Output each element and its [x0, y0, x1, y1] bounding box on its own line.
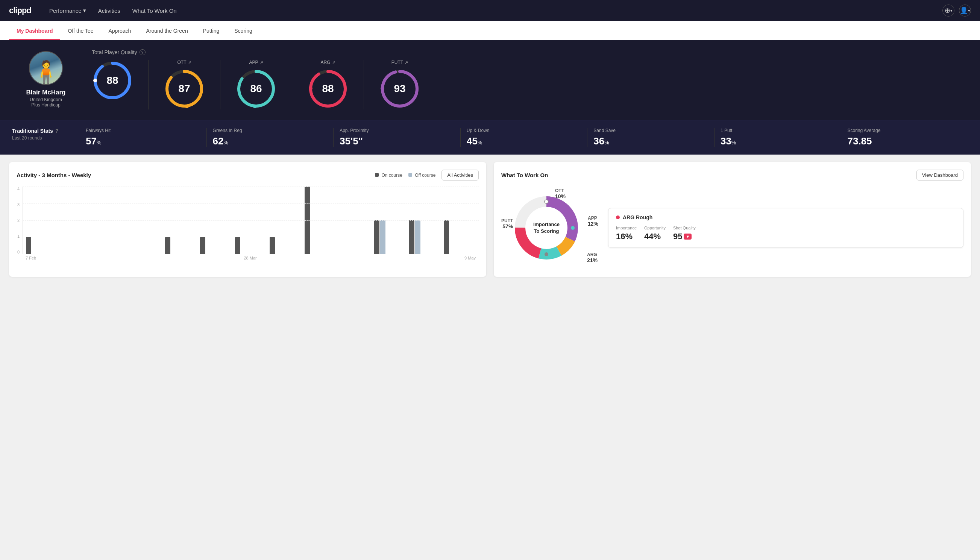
stats-help-icon[interactable]: ? — [55, 128, 59, 134]
app-score-value: 86 — [250, 83, 262, 95]
arg-rough-metrics: Importance 16% Opportunity 44% Shot Qual… — [616, 226, 955, 242]
metric-shot-quality: Shot Quality 95 ▼ — [673, 226, 696, 242]
nav-performance[interactable]: Performance ▾ — [49, 6, 86, 15]
tab-around-the-green[interactable]: Around the Green — [138, 21, 195, 40]
shot-quality-value: 95 ▼ — [673, 232, 696, 242]
legend-on-course: On course — [375, 173, 403, 178]
bar-on-course — [165, 237, 170, 254]
all-activities-button[interactable]: All Activities — [441, 170, 479, 180]
stats-label-section: Traditional Stats ? Last 20 rounds — [12, 128, 80, 141]
nav-activities[interactable]: Activities — [98, 6, 120, 15]
arg-rough-title: ARG Rough — [616, 214, 955, 220]
ott-circle: 87 — [163, 68, 205, 110]
stat-one-putt: 1 Putt 33% — [714, 128, 842, 147]
chevron-down-icon: ▾ — [83, 7, 86, 14]
arg-score-value: 88 — [322, 83, 334, 95]
svg-point-21 — [571, 226, 575, 230]
bar-group — [165, 237, 197, 254]
svg-point-11 — [309, 87, 313, 90]
tpq-section: Total Player Quality ? 88 — [92, 49, 968, 110]
bars-container — [23, 187, 479, 254]
app-circle: 86 — [235, 68, 277, 110]
arg-rough-dot — [616, 215, 620, 219]
opportunity-value: 44% — [644, 232, 666, 242]
app-arrow: ↗ — [260, 60, 263, 65]
putt-circle: 93 — [379, 68, 421, 110]
app-logo[interactable]: clippd — [9, 6, 31, 15]
bar-on-course — [374, 220, 379, 254]
tab-my-dashboard[interactable]: My Dashboard — [9, 21, 60, 40]
arg-donut-label: ARG 21% — [587, 252, 597, 263]
bar-group — [444, 220, 476, 254]
bar-off-course — [380, 220, 386, 254]
app-label: APP ↗ — [249, 60, 263, 65]
on-course-dot — [375, 173, 379, 177]
stat-proximity-value: 35'5" — [339, 135, 454, 147]
bar-on-course — [235, 237, 240, 254]
chart-legend: On course Off course — [375, 173, 436, 178]
tab-off-the-tee[interactable]: Off the Tee — [60, 21, 101, 40]
score-putt: PUTT ↗ 93 — [364, 60, 436, 110]
stat-up-down: Up & Down 45% — [461, 128, 588, 147]
player-country: United Kingdom — [30, 97, 62, 102]
score-main: 88 — [92, 60, 148, 110]
tab-putting[interactable]: Putting — [196, 21, 227, 40]
stat-up-down-value: 45% — [467, 135, 581, 147]
stat-greens-value: 62% — [213, 135, 328, 147]
main-score-circle: 88 — [92, 60, 133, 101]
bar-on-course — [304, 187, 310, 254]
bar-group — [200, 237, 232, 254]
app-donut-label: APP 12% — [588, 215, 598, 227]
donut-section: PUTT 57% OTT 10% APP 12% ARG 21% — [501, 187, 963, 269]
stat-fairways-value: 57% — [86, 135, 200, 147]
svg-point-22 — [544, 252, 548, 256]
metric-opportunity: Opportunity 44% — [644, 226, 666, 242]
donut-svg — [512, 194, 580, 262]
svg-point-20 — [544, 200, 548, 203]
bar-on-course — [409, 220, 414, 254]
add-button[interactable]: ⊕ ▾ — [942, 5, 954, 17]
wtwon-panel-title: What To Work On — [501, 172, 548, 178]
shot-quality-badge: ▼ — [684, 233, 692, 240]
stats-title: Traditional Stats ? — [12, 128, 80, 134]
x-axis-labels: 7 Feb 28 Mar 9 May — [23, 256, 479, 260]
score-arg: ARG ↗ 88 — [292, 60, 364, 110]
stat-one-putt-value: 33% — [720, 135, 835, 147]
traditional-stats-bar: Traditional Stats ? Last 20 rounds Fairw… — [0, 120, 980, 155]
donut-chart-wrapper: PUTT 57% OTT 10% APP 12% ARG 21% — [501, 187, 599, 269]
putt-donut-label: PUTT 57% — [501, 218, 513, 229]
activity-panel-header: Activity - 3 Months - Weekly On course O… — [17, 170, 479, 180]
hero-section: 🧍 Blair McHarg United Kingdom Plus Handi… — [0, 40, 980, 120]
wtwon-panel-header: What To Work On View Dashboard — [501, 170, 963, 180]
nav-what-to-work-on[interactable]: What To Work On — [132, 6, 177, 15]
tab-scoring[interactable]: Scoring — [227, 21, 260, 40]
main-score-value: 88 — [106, 75, 118, 87]
stat-scoring-avg-value: 73.85 — [847, 135, 962, 147]
player-profile: 🧍 Blair McHarg United Kingdom Plus Handi… — [12, 51, 80, 108]
player-handicap: Plus Handicap — [31, 102, 60, 108]
help-icon[interactable]: ? — [140, 49, 146, 55]
bar-on-course — [444, 220, 449, 254]
putt-label: PUTT ↗ — [391, 60, 408, 65]
bar-group — [270, 237, 301, 254]
svg-point-2 — [93, 78, 97, 82]
what-to-work-on-panel: What To Work On View Dashboard PUTT 57% … — [494, 162, 971, 277]
avatar: 🧍 — [29, 51, 63, 85]
view-dashboard-button[interactable]: View Dashboard — [917, 170, 963, 180]
bar-on-course — [200, 237, 205, 254]
arg-label: ARG ↗ — [320, 60, 335, 65]
legend-off-course: Off course — [408, 173, 436, 178]
tab-approach[interactable]: Approach — [101, 21, 138, 40]
stat-sand-save: Sand Save 36% — [587, 128, 714, 147]
arg-arrow: ↗ — [332, 60, 335, 65]
scores-row: 88 OTT ↗ 87 — [92, 60, 968, 110]
chevron-icon: ▾ — [968, 8, 970, 13]
ott-score-value: 87 — [178, 83, 190, 95]
arg-rough-card: ARG Rough Importance 16% Opportunity 44% — [608, 208, 963, 248]
user-profile-button[interactable]: 👤 ▾ — [959, 5, 971, 17]
activity-chart: 4 3 2 1 0 — [17, 187, 479, 262]
score-ott: OTT ↗ 87 — [148, 60, 220, 110]
chart-bars-area — [23, 187, 479, 254]
bar-group — [235, 237, 267, 254]
bar-group — [26, 237, 58, 254]
